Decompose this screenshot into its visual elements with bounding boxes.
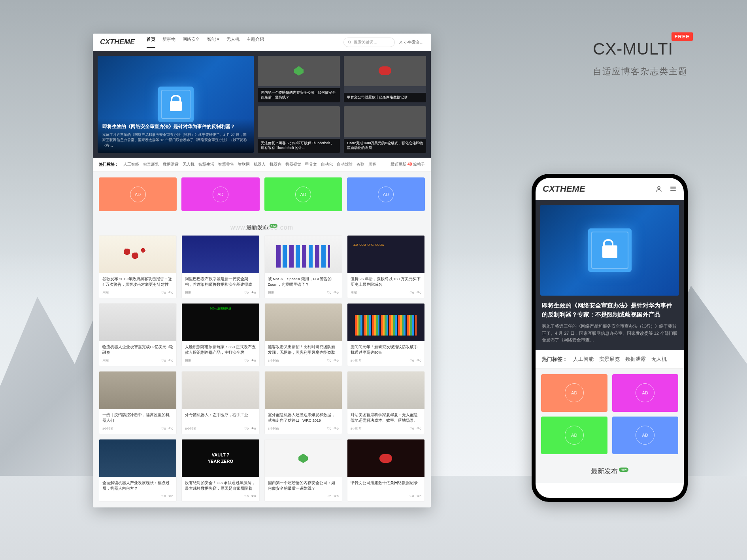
- view-icon[interactable]: 👁0: [334, 494, 338, 498]
- article-card[interactable]: 疫问问元年！新研究发现指纹防攻破手机通过率高达80% 8小时前 ♡0 👁0: [347, 303, 425, 366]
- ad-slot[interactable]: AD: [264, 177, 342, 211]
- tag-link[interactable]: 智联网: [238, 162, 250, 167]
- tag-link[interactable]: 数据泄露: [163, 162, 179, 167]
- hero-main-tile[interactable]: 即将生效的《网络安全审查办法》是针对华为事件的反制利器？ 实施了将近三年的《网络…: [98, 56, 254, 153]
- article-card[interactable]: 外骨骼机器人：左手医疗，右手工业 8小时前 ♡0 👁0: [181, 371, 259, 434]
- tag-link[interactable]: 自动化: [321, 162, 333, 167]
- like-icon[interactable]: ♡0: [161, 494, 166, 498]
- card-thumbnail: [182, 236, 259, 273]
- tag-link[interactable]: 智慧零售: [218, 162, 234, 167]
- like-icon[interactable]: ♡0: [327, 359, 331, 362]
- tag-link[interactable]: 甲骨文: [305, 162, 317, 167]
- nav-item[interactable]: 无人机: [226, 36, 240, 48]
- like-icon[interactable]: ♡0: [409, 427, 414, 430]
- nav-item[interactable]: 网络安全: [183, 36, 200, 48]
- tag-link[interactable]: 实景展览: [599, 356, 620, 363]
- ad-slot[interactable]: AD: [99, 177, 177, 211]
- view-icon[interactable]: 👁0: [334, 359, 338, 362]
- like-icon[interactable]: ♡0: [244, 359, 249, 362]
- view-icon[interactable]: 👁0: [168, 291, 173, 294]
- main-nav: 首页新事物网络安全智能 ▾无人机主题介绍: [147, 36, 264, 48]
- nav-item[interactable]: 新事物: [162, 36, 175, 48]
- view-icon[interactable]: 👁0: [168, 359, 173, 362]
- like-icon[interactable]: ♡0: [327, 427, 331, 430]
- nav-item[interactable]: 智能 ▾: [207, 36, 219, 48]
- search-input[interactable]: 搜索关键词…: [343, 38, 395, 47]
- article-card[interactable]: 僵持 26 年后，微软终以 160 万美元买下历史上最危险域名 用图 ♡0 👁0: [347, 235, 425, 298]
- view-icon[interactable]: 👁0: [417, 494, 421, 498]
- article-card[interactable]: 被 NASA、SpaceX 禁用，FBI 警告的 Zoom，究竟哪里错了？ 用图…: [264, 235, 342, 298]
- article-card[interactable]: 物流机器人企业极智嘉完成C2亿美元C轮融资 用图 ♡0 👁0: [99, 303, 177, 366]
- card-meta: 8小时前 ♡0 👁0: [351, 426, 421, 431]
- like-icon[interactable]: ♡0: [327, 291, 331, 294]
- article-card[interactable]: 没有绝对的安全！CIA 承认通过黑漏洞，最大规模数据失窃：原因是自家后院着了火 …: [181, 439, 259, 502]
- tag-link[interactable]: 数据泄露: [625, 356, 646, 363]
- user-icon[interactable]: [655, 185, 662, 192]
- article-card[interactable]: 全面解读机器人产业发展现状：焦点过后，机器人向何方？ ♡0 👁0: [99, 439, 177, 502]
- view-icon[interactable]: 👁0: [334, 427, 338, 430]
- tag-link[interactable]: 智慧生活: [198, 162, 214, 167]
- site-logo[interactable]: CXTHEME: [543, 184, 655, 194]
- mobile-hero[interactable]: 即将生效的《网络安全审查办法》是针对华为事件的反制利器？专家：不是限制或歧视国外…: [536, 200, 684, 350]
- ad-slot[interactable]: AD: [612, 417, 679, 454]
- view-icon[interactable]: 👁0: [251, 359, 256, 362]
- like-icon[interactable]: ♡0: [244, 494, 249, 498]
- site-logo[interactable]: CXTHEME: [100, 38, 135, 46]
- view-icon[interactable]: 👁0: [168, 427, 173, 430]
- tag-link[interactable]: 机器狗: [270, 162, 281, 167]
- ad-slot[interactable]: AD: [181, 177, 259, 211]
- mobile-header: CXTHEME: [536, 178, 684, 200]
- user-menu[interactable]: 小牛爱奋…: [399, 40, 424, 45]
- view-icon[interactable]: 👁0: [417, 427, 421, 430]
- hero-tile[interactable]: 国内第一个吃螃蟹的内存安全公司：如何做安全的最后一道防线？: [258, 56, 340, 102]
- tag-link[interactable]: 人工智能: [123, 162, 139, 167]
- like-icon[interactable]: ♡0: [409, 359, 414, 362]
- like-icon[interactable]: ♡0: [409, 291, 414, 294]
- article-card[interactable]: 谷歌发布 2019 年政府黑客攻击报告：近 4 万次警告，黑客攻击对象更有针对性…: [99, 235, 177, 298]
- tag-link[interactable]: 黑客: [368, 162, 376, 167]
- like-icon[interactable]: ♡0: [161, 359, 166, 362]
- like-icon[interactable]: ♡0: [327, 494, 331, 498]
- tag-link[interactable]: 机器人: [254, 162, 266, 167]
- like-icon[interactable]: ♡0: [161, 427, 166, 430]
- tag-link[interactable]: 无人机: [183, 162, 194, 167]
- ad-slot[interactable]: AD: [541, 417, 607, 454]
- tag-link[interactable]: 自动驾驶: [337, 162, 353, 167]
- article-card[interactable]: 甲骨文公司泄露数十亿条网络数据记录 ♡0 👁0: [347, 439, 425, 502]
- view-icon[interactable]: 👁0: [251, 291, 256, 294]
- nav-item[interactable]: 首页: [147, 36, 155, 48]
- tag-link[interactable]: 谷歌: [357, 162, 364, 167]
- view-icon[interactable]: 👁0: [417, 359, 421, 362]
- article-card[interactable]: 室外配送机器人还没迎来爆发和数据，就先走向了岔路口 | WRC 2019 8小时…: [264, 371, 342, 434]
- view-icon[interactable]: 👁0: [168, 494, 173, 498]
- like-icon[interactable]: ♡0: [244, 427, 249, 430]
- hero-tile[interactable]: Osaro完成1600万美元的B轮融资，强化仓储和物流自动化的布局: [344, 106, 426, 153]
- ad-slot[interactable]: AD: [612, 374, 679, 412]
- svg-point-2: [400, 41, 401, 42]
- ad-slot[interactable]: AD: [347, 177, 425, 211]
- tag-link[interactable]: 实景展览: [143, 162, 159, 167]
- ad-slot[interactable]: AD: [541, 374, 607, 412]
- article-card[interactable]: 国内第一个吃螃蟹的内存安全公司：如何做安全的最后一道防线？ ♡0 👁0: [264, 439, 342, 502]
- article-card[interactable]: 对话美团首席科学家夏华夏：无人配送落地还需解决成本、效率、落地场景、真正核心需求…: [347, 371, 425, 434]
- tag-link[interactable]: 无人机: [651, 356, 667, 363]
- view-icon[interactable]: 👁0: [334, 291, 338, 294]
- lock-chip-graphic: [158, 87, 194, 122]
- view-icon[interactable]: 👁0: [251, 494, 256, 498]
- article-card[interactable]: 一线｜疫情防控冲击中，隔离区里的机器人们 8小时前 ♡0 👁0: [99, 371, 177, 434]
- article-card[interactable]: 黑客攻击又出新招！比利时研究团队新发现：无网络，黑客利用风扇也能盗取数据！ 8小…: [264, 303, 342, 366]
- article-card[interactable]: 人脸识别赛道添新玩家：360 正式发布五款人脸识别终端产品，主打安全牌 用图 ♡…: [181, 303, 259, 366]
- article-card[interactable]: 阿里巴巴发布数字基建新一代安全架构，首席架构师将数据和安全基建得成数字经济标配 …: [181, 235, 259, 298]
- svg-point-3: [658, 187, 660, 189]
- tag-link[interactable]: 人工智能: [573, 356, 594, 363]
- like-icon[interactable]: ♡0: [244, 291, 249, 294]
- hero-tile[interactable]: 甲骨文公司泄露数十亿条网络数据记录: [344, 56, 426, 102]
- view-icon[interactable]: 👁0: [417, 291, 421, 294]
- nav-item[interactable]: 主题介绍: [247, 36, 264, 48]
- tag-link[interactable]: 机器视觉: [285, 162, 301, 167]
- like-icon[interactable]: ♡0: [161, 291, 166, 294]
- like-icon[interactable]: ♡0: [409, 494, 414, 498]
- hero-tile[interactable]: 无法修复？黑客 5 分钟即可破解 Thunderbolt，所有装有 Thunde…: [258, 106, 340, 153]
- menu-icon[interactable]: [670, 185, 677, 192]
- view-icon[interactable]: 👁0: [251, 427, 256, 430]
